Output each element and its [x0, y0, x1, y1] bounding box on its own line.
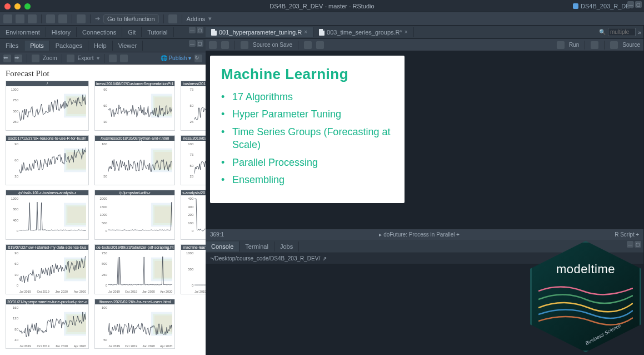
save-all-icon[interactable] — [58, 14, 67, 23]
source-toolbar: Source on Save Run Source — [206, 39, 643, 51]
x-axis: Jul 2019Oct 2019Jan 2020Apr 2020 — [19, 290, 86, 293]
print-icon[interactable] — [77, 14, 86, 23]
wand-icon[interactable] — [304, 41, 312, 49]
tab-environment[interactable]: Environment — [0, 27, 46, 37]
facet-plot: /business/2018/10/08/python-and-r.html10… — [94, 135, 175, 185]
tab-plots[interactable]: Plots — [24, 41, 49, 51]
window-controls[interactable] — [4, 3, 31, 9]
grid-icon[interactable] — [168, 14, 177, 23]
popout-icon[interactable]: ⇗ — [322, 255, 327, 262]
prev-plot-icon[interactable]: ⬅ — [3, 55, 11, 62]
source-tabs: 001_hyperparameter_tuning.R×003_time_ser… — [206, 26, 643, 39]
y-axis: 10005000 — [182, 252, 193, 287]
zoom-button[interactable]: Zoom — [43, 55, 57, 61]
y-axis: 10050 — [96, 142, 107, 178]
facet-plot: 019/07/22/how-i-started-my-data-science-… — [6, 244, 89, 294]
facet-plot: de-tools/2019/09/23/tabulizer-pdf-scrapi… — [94, 244, 175, 294]
window-title: DS4B_203_R_DEV - master - RStudio — [269, 3, 374, 9]
facet-title: s-analysis/2017/08/30/tidy-timeseries-an… — [181, 190, 206, 195]
tab-tutorial[interactable]: Tutorial — [142, 27, 173, 37]
clear-plots-icon[interactable] — [120, 55, 128, 62]
tab-console[interactable]: Console — [206, 241, 239, 252]
overlay-list-item: Time Series Groups (Forecasting at Scale… — [232, 126, 393, 152]
tab-connections[interactable]: Connections — [77, 27, 122, 37]
export-button[interactable]: Export — [78, 55, 94, 61]
overlay-list-item: 17 Algorithms — [232, 91, 393, 103]
tab-overflow-icon[interactable]: » — [636, 29, 643, 36]
compile-icon[interactable] — [316, 41, 324, 49]
maximize-pane-icon[interactable]: ▢ — [197, 27, 203, 33]
tab-terminal[interactable]: Terminal — [239, 241, 274, 252]
export-icon[interactable] — [67, 55, 74, 62]
tab-packages[interactable]: Packages — [50, 41, 88, 51]
zoom-icon[interactable] — [32, 55, 39, 62]
close-tab-icon[interactable]: × — [405, 29, 408, 35]
facet-plot: ss/2017/12/27/six-reasons-to-use-R-for-b… — [6, 135, 89, 185]
svg-rect-26 — [67, 206, 86, 223]
source-button[interactable]: Source — [622, 42, 640, 48]
facet-plot: 20/01/21/hyperparameter-tune-product-pri… — [6, 299, 89, 349]
y-axis: 10050 — [96, 306, 107, 342]
source-icon[interactable] — [610, 41, 618, 49]
section-nav[interactable]: ▸ doFuture: Process in Parallel ÷ — [379, 231, 459, 238]
facet-title: 019/07/22/how-i-started-my-data-science-… — [6, 245, 88, 250]
goto-file-input[interactable]: Go to file/function — [103, 14, 159, 23]
maximize-pane-icon[interactable]: ▢ — [635, 1, 642, 8]
tab-003-time-series-groups-r-[interactable]: 003_time_series_groups.R*× — [313, 27, 414, 37]
run-icon[interactable] — [557, 41, 565, 49]
search-icon[interactable]: 🔍 — [597, 29, 608, 35]
tab-jobs[interactable]: Jobs — [274, 241, 299, 252]
search-input[interactable] — [608, 28, 636, 36]
facet-plot: /p/jumpstart-with-r2000150010005000 — [94, 190, 175, 240]
svg-rect-38 — [67, 261, 86, 278]
run-button[interactable]: Run — [569, 42, 579, 48]
plot-title: Forecast Plot — [6, 69, 200, 78]
minimize-icon[interactable] — [14, 3, 21, 9]
publish-button[interactable]: 🌐 Publish ▾ — [161, 55, 191, 61]
addins-menu[interactable]: Addins — [187, 16, 206, 22]
hex-logo: modeltime Business Science — [522, 233, 644, 355]
viewer-tabs: FilesPlotsPackagesHelpViewer —▢ — [0, 39, 206, 52]
maximize-pane-icon[interactable]: ▢ — [197, 40, 203, 47]
minimize-pane-icon[interactable]: — — [189, 40, 196, 47]
source-editor[interactable]: Machine Learning 17 AlgorithmsHyper Para… — [206, 51, 643, 229]
svg-rect-41 — [154, 261, 172, 278]
back-icon[interactable] — [209, 41, 217, 49]
y-axis: 755025 — [182, 88, 193, 124]
y-axis: 906030 — [96, 88, 107, 124]
svg-rect-29 — [154, 206, 172, 223]
overlay-card: Machine Learning 17 AlgorithmsHyper Para… — [210, 56, 405, 203]
new-project-icon[interactable] — [16, 14, 24, 23]
source-on-save[interactable]: Source on Save — [253, 42, 292, 48]
tab-git[interactable]: Git — [122, 27, 142, 37]
tab-001-hyperparameter-tuning-r[interactable]: 001_hyperparameter_tuning.R× — [206, 27, 313, 37]
close-icon[interactable] — [4, 3, 11, 9]
remove-plot-icon[interactable] — [109, 55, 117, 62]
overlay-list-item: Parallel Processing — [232, 156, 393, 169]
y-axis: 2000150010005000 — [96, 197, 107, 233]
tab-history[interactable]: History — [46, 27, 77, 37]
next-plot-icon[interactable]: ➡ — [14, 55, 22, 62]
plot-viewer: Forecast Plot /1000750500250iness/2016/0… — [0, 65, 206, 355]
open-file-icon[interactable] — [28, 14, 37, 23]
document-icon — [211, 29, 217, 36]
tab-files[interactable]: Files — [0, 41, 24, 51]
save-icon[interactable] — [46, 14, 55, 23]
y-axis: 9060300 — [7, 252, 18, 287]
right-column: EnvironmentHistoryConnectionsGitTutorial… — [0, 26, 206, 355]
close-tab-icon[interactable]: × — [304, 29, 307, 35]
x-axis: Jul 2019Oct 2019Jan 2020Apr 2020 — [194, 290, 206, 293]
overlay-list-item: Hyper Parameter Tuning — [232, 108, 393, 121]
minimize-pane-icon[interactable]: — — [627, 1, 634, 8]
rerun-icon[interactable] — [591, 41, 598, 49]
document-icon — [319, 29, 325, 36]
arrow-icon: ➔ — [95, 15, 100, 22]
new-file-icon[interactable] — [3, 14, 12, 23]
minimize-pane-icon[interactable]: — — [189, 27, 196, 33]
refresh-icon[interactable]: ↻ — [194, 55, 202, 62]
show-doc-icon[interactable] — [241, 41, 248, 49]
forward-icon[interactable] — [221, 41, 229, 49]
maximize-icon[interactable] — [24, 3, 31, 9]
tab-viewer[interactable]: Viewer — [113, 41, 143, 51]
tab-help[interactable]: Help — [88, 41, 113, 51]
